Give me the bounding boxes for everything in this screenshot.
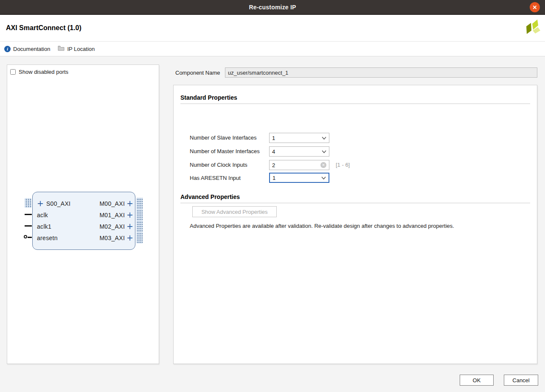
dialog-header: AXI SmartConnect (1.0)	[0, 15, 545, 42]
documentation-button[interactable]: i Documentation	[4, 46, 50, 52]
port-label-m00-axi: M00_AXI	[99, 200, 125, 207]
has-aresetn-label: Has ARESETN Input	[190, 173, 241, 183]
clock-inputs-value: 2	[272, 162, 275, 168]
aclk1-pin-stub	[25, 225, 32, 227]
show-disabled-ports-label: Show disabled ports	[19, 69, 68, 75]
slave-interfaces-value: 1	[272, 135, 275, 141]
clear-field-icon[interactable]: ✕	[320, 162, 326, 168]
window-close-button[interactable]: ✕	[530, 2, 540, 12]
dialog-content: Show disabled ports + S00_AXI	[0, 56, 545, 392]
clock-inputs-range-hint: [1 - 6]	[336, 160, 350, 170]
close-icon: ✕	[533, 5, 537, 10]
standard-properties-divider	[180, 104, 530, 104]
show-advanced-properties-button[interactable]: Show Advanced Properties	[192, 206, 277, 217]
m02-axi-expand-icon[interactable]: +	[126, 222, 133, 230]
m01-axi-bus-connector	[136, 209, 143, 221]
m03-axi-bus-connector	[136, 232, 143, 244]
ip-location-label: IP Location	[67, 46, 95, 52]
s00-axi-bus-connector	[25, 198, 31, 208]
recustomize-ip-dialog: Re-customize IP ✕ AXI SmartConnect (1.0)…	[0, 0, 545, 392]
aresetn-pin-stub	[28, 237, 32, 238]
advanced-properties-divider	[180, 203, 530, 203]
port-label-m01-axi: M01_AXI	[99, 212, 125, 218]
ip-title: AXI SmartConnect (1.0)	[6, 24, 81, 32]
slave-interfaces-select[interactable]: 1	[269, 133, 329, 143]
clock-inputs-input[interactable]: 2 ✕	[269, 160, 329, 170]
master-interfaces-label: Number of Master Interfaces	[190, 146, 260, 157]
chevron-down-icon	[321, 176, 326, 179]
s00-axi-expand-icon[interactable]: +	[37, 199, 44, 207]
advanced-properties-note: Advanced Properties are available after …	[190, 223, 454, 229]
m02-axi-bus-connector	[136, 221, 143, 232]
component-name-value: uz_user/smartconnect_1	[228, 70, 288, 76]
aresetn-active-low-bubble	[24, 235, 27, 238]
chevron-down-icon	[322, 150, 326, 153]
chevron-down-icon	[322, 137, 326, 140]
window-title: Re-customize IP	[249, 4, 296, 11]
properties-panel: Standard Properties Number of Slave Inte…	[173, 85, 537, 364]
component-name-field[interactable]: uz_user/smartconnect_1	[225, 67, 537, 78]
component-name-label: Component Name	[175, 70, 220, 76]
dialog-toolbar: i Documentation IP Location	[0, 42, 545, 56]
m01-axi-expand-icon[interactable]: +	[126, 211, 133, 219]
m00-axi-expand-icon[interactable]: +	[126, 199, 133, 207]
master-interfaces-value: 4	[272, 148, 275, 155]
port-label-m03-axi: M03_AXI	[99, 235, 125, 241]
m03-axi-expand-icon[interactable]: +	[126, 234, 133, 242]
ip-block-symbol[interactable]: + S00_AXI M00_AXI + aclk M01_AXI +	[32, 192, 135, 250]
port-label-s00-axi: S00_AXI	[46, 200, 70, 207]
aclk-pin-stub	[25, 214, 32, 215]
port-label-aresetn: aresetn	[37, 235, 58, 241]
port-label-m02-axi: M02_AXI	[99, 223, 125, 230]
folder-icon	[58, 45, 65, 52]
window-titlebar: Re-customize IP ✕	[0, 0, 545, 15]
xilinx-logo-icon	[524, 19, 541, 39]
documentation-label: Documentation	[13, 46, 50, 52]
has-aresetn-value: 1	[272, 175, 275, 181]
cancel-button[interactable]: Cancel	[504, 375, 538, 386]
show-disabled-ports-row: Show disabled ports	[10, 69, 68, 75]
m00-axi-bus-connector	[136, 198, 143, 209]
port-label-aclk: aclk	[37, 212, 48, 218]
master-interfaces-select[interactable]: 4	[269, 146, 329, 157]
port-label-aclk1: aclk1	[37, 223, 51, 230]
show-disabled-ports-checkbox[interactable]	[10, 69, 16, 75]
info-icon: i	[4, 46, 11, 52]
standard-properties-heading: Standard Properties	[180, 94, 237, 101]
advanced-properties-heading: Advanced Properties	[180, 193, 240, 200]
has-aresetn-select[interactable]: 1	[269, 173, 329, 183]
slave-interfaces-label: Number of Slave Interfaces	[190, 133, 257, 143]
ok-button[interactable]: OK	[460, 375, 494, 386]
ip-location-button[interactable]: IP Location	[58, 45, 95, 52]
block-preview-panel: Show disabled ports + S00_AXI	[7, 64, 159, 364]
clock-inputs-label: Number of Clock Inputs	[190, 160, 247, 170]
